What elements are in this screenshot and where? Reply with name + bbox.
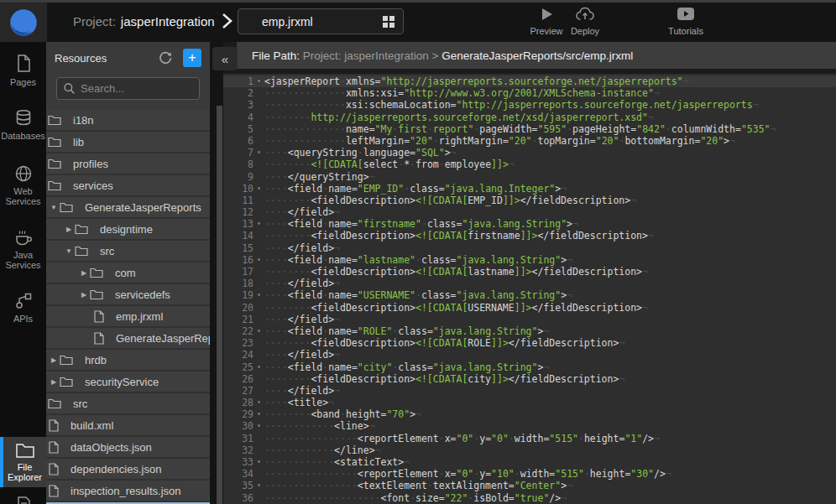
line-number: 19: [223, 289, 253, 301]
tutorials-button[interactable]: Tutorials: [662, 6, 709, 36]
fold-toggle-icon[interactable]: ▾: [253, 480, 264, 491]
code-line-11[interactable]: 11········<fieldDescription><![CDATA[EMP…: [223, 195, 836, 206]
code-line-21[interactable]: 21····</field>¬: [223, 314, 836, 325]
sidebar-item-apis[interactable]: APIs: [0, 287, 46, 329]
code-line-2[interactable]: 2··············xmlns:xsi="http://www.w3.…: [223, 87, 836, 99]
tree-item-build-xml[interactable]: build.xml: [46, 415, 210, 435]
code-line-10[interactable]: 10▾····<field·name="EMP_ID"·class="java.…: [223, 183, 836, 195]
tree-item-dataobjects-json[interactable]: dataObjects.json: [46, 437, 210, 457]
code-line-28[interactable]: 28▾····<title>¬: [223, 397, 836, 408]
add-resource-button[interactable]: +: [183, 49, 201, 67]
code-line-14[interactable]: 14········<fieldDescription><![CDATA[fir…: [223, 230, 836, 242]
tree-item-com[interactable]: ▶com: [46, 262, 210, 283]
tree-item-src[interactable]: ▼src: [46, 241, 210, 261]
tree-item-hrdb[interactable]: ▶hrdb: [46, 350, 210, 370]
database-icon: [14, 109, 33, 127]
tree-item-inspection-results-json[interactable]: inspection_results.json: [46, 481, 210, 501]
code-line-13[interactable]: 13▾····<field·name="firstname"·class="ja…: [223, 218, 836, 230]
tree-item-profiles[interactable]: profiles: [46, 153, 210, 174]
tree-item-dependencies-json[interactable]: dependencies.json: [46, 459, 210, 479]
search-input[interactable]: [56, 77, 200, 100]
code-line-32[interactable]: 32············</line>¬: [223, 444, 836, 456]
code-line-27[interactable]: 27····</field>¬: [223, 385, 836, 397]
chevron-down-icon[interactable]: ▼: [48, 204, 60, 211]
refresh-button[interactable]: [156, 49, 175, 67]
code-line-3[interactable]: 3··············xsi:schemaLocation="http:…: [223, 99, 836, 111]
code-line-12[interactable]: 12····</field>¬: [223, 206, 836, 218]
code-line-9[interactable]: 9····</queryString>¬: [223, 171, 836, 183]
tree-item-designtime[interactable]: ▶designtime: [46, 219, 210, 239]
fold-toggle-icon[interactable]: ▾: [253, 408, 264, 420]
wavemaker-logo[interactable]: [0, 3, 47, 42]
fold-toggle-icon[interactable]: ▾: [253, 254, 264, 266]
tree-item-services[interactable]: services: [46, 175, 210, 195]
sidebar-item-web-services[interactable]: Web Services: [0, 159, 46, 211]
code-line-1[interactable]: 1▾<jasperReport·xmlns="http://jasperrepo…: [223, 75, 836, 87]
panel-splitter[interactable]: [217, 106, 222, 504]
code-line-22[interactable]: 22▾····<field·name="ROLE"·class="java.la…: [223, 325, 836, 337]
grid-icon[interactable]: [383, 16, 394, 28]
chevron-down-icon[interactable]: ▼: [63, 247, 75, 255]
code-line-24[interactable]: 24····</field>¬: [223, 349, 836, 361]
tree-item-label: securityService: [85, 376, 159, 388]
open-file-tab[interactable]: emp.jrxml: [238, 8, 404, 34]
file-path-bar: File Path: Project: jasperIntegration > …: [237, 42, 836, 69]
tree-item-securityservice[interactable]: ▶securityService: [46, 372, 210, 392]
code-line-25[interactable]: 25▾····<field·name="city"·class="java.la…: [223, 361, 836, 373]
collapse-panel-button[interactable]: «: [212, 47, 238, 70]
code-line-20[interactable]: 20········<fieldDescription><![CDATA[USE…: [223, 302, 836, 314]
code-line-18[interactable]: 18····</field>¬: [223, 278, 836, 289]
code-line-23[interactable]: 23········<fieldDescription><![CDATA[ROL…: [223, 337, 836, 349]
code-line-8[interactable]: 8········<![CDATA[select·*·from·employee…: [223, 158, 836, 170]
tree-item-src[interactable]: src: [46, 393, 210, 413]
code-line-29[interactable]: 29▾········<band·height="70">¬: [223, 408, 836, 420]
chevron-right-icon[interactable]: ▶: [48, 378, 60, 386]
code-line-26[interactable]: 26········<fieldDescription><![CDATA[cit…: [223, 373, 836, 385]
fold-gutter: [253, 314, 264, 325]
sidebar-item-databases[interactable]: Databases: [0, 104, 46, 146]
sidebar-item-file-explorer[interactable]: File Explorer: [0, 437, 46, 487]
tree-item-emp-jrxml[interactable]: emp.jrxml: [46, 306, 210, 326]
fold-toggle-icon[interactable]: ▾: [253, 183, 264, 195]
code-line-33[interactable]: 33▾············<staticText>¬: [223, 456, 836, 468]
code-line-19[interactable]: 19▾····<field·name="USERNAME"·class="jav…: [223, 289, 836, 301]
code-text: ····<field·name="firstname"·class="java.…: [264, 218, 836, 230]
chevron-right-icon[interactable]: ▶: [78, 269, 90, 277]
code-line-36[interactable]: 36····················<font·size="22"·is…: [223, 492, 836, 504]
chevron-right-icon[interactable]: ▶: [48, 356, 60, 364]
chevron-right-icon[interactable]: ▶: [78, 291, 90, 299]
code-line-4[interactable]: 4········http://jasperreports.sourceforg…: [223, 112, 836, 123]
sidebar-item-java-services[interactable]: Java Services: [0, 221, 46, 275]
tree-item-i18n[interactable]: i18n: [46, 110, 210, 130]
fold-toggle-icon[interactable]: ▾: [253, 218, 264, 230]
deploy-button[interactable]: Deploy: [562, 6, 609, 36]
code-text: ········<fieldDescription><![CDATA[city]…: [264, 373, 836, 385]
fold-toggle-icon[interactable]: ▾: [253, 361, 264, 373]
fold-toggle-icon[interactable]: ▾: [253, 420, 264, 432]
fold-toggle-icon[interactable]: ▾: [253, 75, 264, 87]
sidebar-item-logs[interactable]: Logs: [0, 491, 46, 504]
fold-toggle-icon[interactable]: ▾: [253, 147, 264, 158]
code-line-7[interactable]: 7▾····<queryString·language="SQL">¬: [223, 147, 836, 158]
tree-item-servicedefs[interactable]: ▶servicedefs: [46, 284, 210, 304]
code-line-15[interactable]: 15····</field>¬: [223, 242, 836, 254]
tree-item-lib[interactable]: lib: [46, 132, 210, 152]
code-editor[interactable]: 1▾<jasperReport·xmlns="http://jasperrepo…: [223, 74, 836, 504]
fold-toggle-icon[interactable]: ▾: [253, 397, 264, 408]
code-line-34[interactable]: 34················<reportElement·x="0"·y…: [223, 468, 836, 480]
code-line-31[interactable]: 31················<reportElement·x="0"·y…: [223, 433, 836, 444]
code-line-35[interactable]: 35▾················<textElement·textAlig…: [223, 480, 836, 491]
code-line-17[interactable]: 17········<fieldDescription><![CDATA[las…: [223, 266, 836, 278]
fold-gutter: [253, 266, 264, 278]
code-line-5[interactable]: 5··············name="My·first·report"·pa…: [223, 123, 836, 135]
code-line-16[interactable]: 16▾····<field·name="lastname"·class="jav…: [223, 254, 836, 266]
tree-item-generatejasperreports-s[interactable]: GenerateJasperReports.s: [46, 328, 210, 348]
fold-toggle-icon[interactable]: ▾: [253, 325, 264, 337]
chevron-right-icon[interactable]: ▶: [63, 226, 75, 233]
sidebar-item-pages[interactable]: Pages: [0, 49, 46, 92]
fold-toggle-icon[interactable]: ▾: [253, 289, 264, 301]
tree-item-generatejasperreports[interactable]: ▼GenerateJasperReports: [46, 197, 210, 217]
code-line-30[interactable]: 30▾············<line>¬: [223, 420, 836, 432]
code-line-6[interactable]: 6··············leftMargin="20"·rightMarg…: [223, 135, 836, 147]
fold-toggle-icon[interactable]: ▾: [253, 456, 264, 468]
